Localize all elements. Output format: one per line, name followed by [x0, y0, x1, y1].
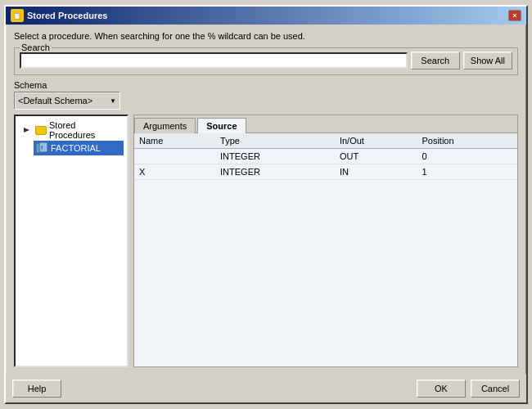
col-header-type: Type — [215, 133, 335, 149]
svg-marker-0 — [24, 128, 29, 133]
ok-button[interactable]: OK — [417, 380, 466, 398]
schema-selected-value: <Default Schema> — [18, 96, 92, 106]
cell-in_out: IN — [335, 164, 417, 180]
schema-section: Schema <Default Schema> ▼ — [14, 80, 518, 110]
bottom-bar: Help OK Cancel — [6, 374, 526, 402]
instruction-text: Select a procedure. When searching for o… — [14, 31, 518, 41]
tree-root-item[interactable]: Stored Procedures — [19, 119, 124, 141]
tab-arguments-label: Arguments — [143, 121, 187, 131]
help-button[interactable]: Help — [12, 380, 61, 398]
window-icon: 📋 — [11, 9, 24, 22]
tab-bar: Arguments Source — [134, 115, 517, 133]
table-row: INTEGEROUT0 — [134, 149, 517, 164]
cell-position: 0 — [417, 149, 517, 164]
cell-type: INTEGER — [215, 149, 335, 164]
cell-type: INTEGER — [215, 164, 335, 180]
tree-root-label: Stored Procedures — [49, 120, 122, 140]
tree-expand-icon — [20, 124, 34, 137]
tree-procedure-label: FACTORIAL — [51, 143, 101, 153]
table-row: XINTEGERIN1 — [134, 164, 517, 180]
show-all-button[interactable]: Show All — [463, 52, 512, 70]
window-title: Stored Procedures — [27, 11, 107, 20]
search-input[interactable] — [20, 52, 408, 69]
cell-in_out: OUT — [335, 149, 417, 164]
procedure-icon: f — [35, 142, 48, 155]
stored-procedures-dialog: 📋 Stored Procedures × Select a procedure… — [4, 5, 528, 404]
tab-source[interactable]: Source — [197, 118, 246, 133]
tree-panel: Stored Procedures f FACTORIAL — [14, 115, 128, 367]
cell-name — [134, 149, 215, 164]
bottom-right-buttons: OK Cancel — [417, 380, 520, 398]
cancel-button[interactable]: Cancel — [471, 380, 520, 398]
search-group-label: Search — [20, 43, 52, 52]
main-content: Stored Procedures f FACTORIAL — [14, 115, 518, 367]
close-button[interactable]: × — [508, 10, 521, 21]
col-header-inout: In/Out — [335, 133, 417, 149]
col-header-position: Position — [417, 133, 517, 149]
right-panel: Arguments Source Name Type In/Out — [133, 115, 518, 367]
schema-dropdown[interactable]: <Default Schema> ▼ — [14, 92, 120, 110]
cell-position: 1 — [417, 164, 517, 180]
search-row: Search Show All — [20, 52, 512, 70]
title-bar-left: 📋 Stored Procedures — [11, 9, 107, 22]
folder-icon — [20, 124, 47, 137]
db-table-icon: f — [35, 142, 48, 155]
cell-name: X — [134, 164, 215, 180]
chevron-down-icon: ▼ — [110, 97, 116, 105]
tab-source-label: Source — [206, 121, 237, 131]
folder-open-icon — [35, 126, 47, 135]
tab-content-arguments: Name Type In/Out Position INTEGEROUT0XIN… — [134, 133, 517, 366]
tab-arguments[interactable]: Arguments — [134, 118, 196, 133]
window-body: Select a procedure. When searching for o… — [6, 25, 526, 374]
search-group: Search Search Show All — [14, 47, 518, 75]
col-header-name: Name — [134, 133, 215, 149]
tree-procedure-item[interactable]: f FACTORIAL — [34, 141, 124, 155]
arguments-table: Name Type In/Out Position INTEGEROUT0XIN… — [134, 133, 517, 180]
schema-label: Schema — [14, 80, 518, 90]
title-bar: 📋 Stored Procedures × — [6, 7, 526, 25]
search-button[interactable]: Search — [411, 52, 460, 70]
